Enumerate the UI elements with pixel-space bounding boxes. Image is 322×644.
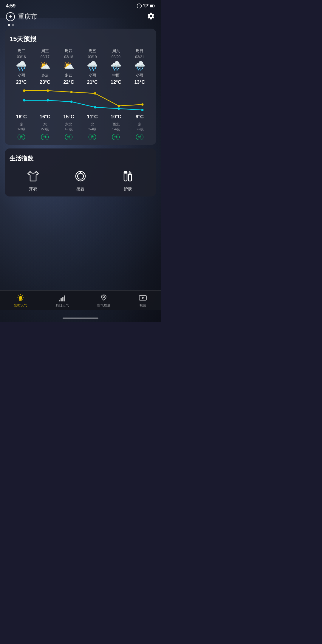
settings-button[interactable] <box>147 12 155 21</box>
low-temp-4: 10°C <box>104 114 128 120</box>
clothing-label: 穿衣 <box>29 186 37 192</box>
city-name: 重庆市 <box>18 12 38 21</box>
svg-point-7 <box>47 89 49 92</box>
svg-rect-31 <box>62 297 64 301</box>
wind-info-1: 东 2-3级 <box>33 122 57 131</box>
air-row: 优优优优优优 <box>10 133 151 140</box>
life-index-title: 生活指数 <box>10 154 151 162</box>
wifi-icon <box>143 3 148 9</box>
wind-info-3: 北 2-4级 <box>80 122 104 131</box>
nav-item-airquality[interactable]: 空气质量 <box>97 294 110 308</box>
wind-row: 东 1-3级 东 2-3级 东北 1-3级 北 2-4级 西北 1-4级 东 0… <box>10 122 151 131</box>
forecast-day-0: 周二 03/16 🌧️ 小雨 23°C <box>10 48 33 85</box>
svg-marker-35 <box>142 297 145 299</box>
life-item-clothing[interactable]: 穿衣 <box>25 168 41 192</box>
air-badge-2: 优 <box>57 134 80 140</box>
bottom-nav: 实时天气 15日天气 空气质量 视频 <box>0 290 161 310</box>
wind-info-4: 西北 1-4级 <box>104 122 128 131</box>
status-icons <box>137 3 155 9</box>
forecast-title: 15天预报 <box>10 35 151 44</box>
cold-label: 感冒 <box>76 186 85 192</box>
nav-label-15day: 15日天气 <box>55 303 69 308</box>
home-indicator <box>63 318 98 319</box>
low-temp-2: 15°C <box>57 114 80 120</box>
svg-point-9 <box>94 92 96 95</box>
svg-rect-24 <box>129 172 131 174</box>
wind-info-2: 东北 1-3级 <box>57 122 80 131</box>
nav-label-airquality: 空气质量 <box>97 303 110 308</box>
wind-info-0: 东 1-3级 <box>10 122 33 131</box>
svg-rect-32 <box>64 295 65 301</box>
svg-point-14 <box>70 100 72 103</box>
low-temp-3: 11°C <box>80 114 104 120</box>
life-item-skincare[interactable]: 护肤 <box>120 168 136 192</box>
low-temp-5: 9°C <box>128 114 151 120</box>
svg-point-11 <box>141 103 143 106</box>
page-dot-1[interactable] <box>8 24 10 26</box>
temperature-chart-svg <box>10 86 151 113</box>
life-index-card: 生活指数 穿衣 感冒 <box>5 148 156 196</box>
main-content: 15天预报 周二 03/16 🌧️ 小雨 23°C 周三 03/17 ⛅ 多云 … <box>0 29 161 291</box>
forecast-days: 周二 03/16 🌧️ 小雨 23°C 周三 03/17 ⛅ 多云 23°C 周… <box>10 48 151 85</box>
life-icons-row: 穿衣 感冒 <box>10 168 151 192</box>
skincare-icon <box>120 168 136 184</box>
page-dots <box>0 24 161 29</box>
15day-icon <box>58 294 66 302</box>
svg-point-33 <box>103 296 105 298</box>
svg-rect-29 <box>59 300 60 301</box>
battery-icon <box>150 3 155 9</box>
nav-item-realtime[interactable]: 实时天气 <box>14 294 27 308</box>
svg-point-19 <box>78 173 83 179</box>
temp-chart <box>10 86 151 113</box>
wind-info-5: 东 0-2级 <box>128 122 151 131</box>
notification-icon <box>137 3 142 9</box>
forecast-day-2: 周四 03/18 ⛅ 多云 22°C <box>57 48 80 85</box>
forecast-day-1: 周三 03/17 ⛅ 多云 23°C <box>33 48 57 85</box>
svg-rect-30 <box>61 298 62 301</box>
nav-item-video[interactable]: 视频 <box>139 294 147 308</box>
page-dot-2[interactable] <box>12 24 14 26</box>
forecast-day-3: 周五 03/19 🌧️ 小雨 21°C <box>80 48 104 85</box>
air-badge-0: 优 <box>10 134 33 140</box>
life-item-cold[interactable]: 感冒 <box>73 168 88 192</box>
svg-point-6 <box>23 89 25 92</box>
svg-point-10 <box>118 105 120 107</box>
nav-label-realtime: 实时天气 <box>14 303 27 308</box>
gear-icon <box>147 12 155 20</box>
svg-rect-5 <box>154 5 155 7</box>
svg-rect-23 <box>129 174 131 181</box>
air-badge-1: 优 <box>33 134 57 140</box>
svg-rect-28 <box>19 299 21 301</box>
forecast-day-5: 周日 03/21 🌧️ 小雨 13°C <box>128 48 151 85</box>
low-temps-row: 16°C16°C15°C11°C10°C9°C <box>10 114 151 120</box>
air-quality-icon <box>100 294 108 302</box>
air-badge-5: 优 <box>128 134 151 140</box>
clothing-icon <box>25 168 41 184</box>
nav-item-15day[interactable]: 15日天气 <box>55 294 69 308</box>
svg-point-16 <box>118 107 120 110</box>
video-icon <box>139 294 147 302</box>
svg-rect-21 <box>124 173 127 181</box>
cold-icon <box>73 168 88 184</box>
svg-point-17 <box>141 109 143 111</box>
add-city-button[interactable]: + <box>6 12 15 21</box>
svg-point-0 <box>137 4 142 8</box>
skincare-label: 护肤 <box>124 186 132 192</box>
air-badge-4: 优 <box>104 134 128 140</box>
top-bar-left: + 重庆市 <box>6 12 38 21</box>
low-temp-0: 16°C <box>10 114 33 120</box>
svg-rect-4 <box>150 5 153 7</box>
nav-label-video: 视频 <box>140 303 146 308</box>
svg-point-12 <box>23 99 25 102</box>
status-bar: 4:59 <box>0 0 161 11</box>
svg-point-2 <box>145 7 146 7</box>
svg-point-13 <box>47 99 49 102</box>
svg-point-8 <box>70 91 72 93</box>
status-time: 4:59 <box>6 3 16 9</box>
top-bar: + 重庆市 <box>0 11 161 24</box>
svg-point-15 <box>94 106 96 109</box>
realtime-weather-icon <box>16 294 25 302</box>
forecast-card: 15天预报 周二 03/16 🌧️ 小雨 23°C 周三 03/17 ⛅ 多云 … <box>5 29 156 145</box>
air-badge-3: 优 <box>80 134 104 140</box>
low-temp-1: 16°C <box>33 114 57 120</box>
